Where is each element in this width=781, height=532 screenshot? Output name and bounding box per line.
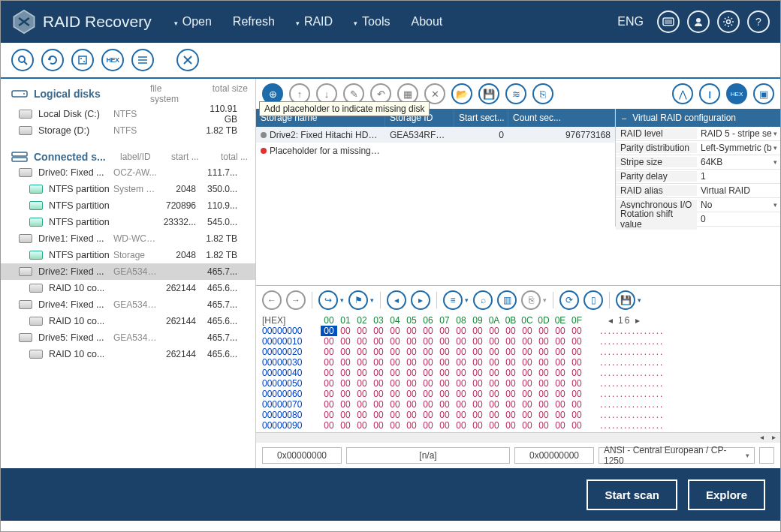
drive-icon [29, 251, 43, 260]
drive-row[interactable]: Drive2: Fixed ...GEA534R...465.7... [1, 263, 255, 280]
main-toolbar: HEX [1, 43, 780, 79]
raid-config-row[interactable]: RAID aliasVirtual RAID [616, 184, 780, 198]
status-extra[interactable] [759, 447, 774, 464]
close-icon[interactable] [176, 49, 199, 71]
grid-row[interactable]: Placeholder for a missing drive [256, 143, 615, 158]
drive-row[interactable]: Drive1: Fixed ...WD-WCC...1.82 TB [1, 230, 255, 247]
user-button[interactable] [687, 11, 710, 33]
col-start-sector[interactable]: Start sect... [454, 109, 508, 127]
refresh-icon[interactable] [41, 49, 64, 71]
sessions-button[interactable] [657, 11, 680, 33]
drive-row[interactable]: Drive0: Fixed ...OCZ-AW...111.7... [1, 164, 255, 181]
raid-toolbar: ⊕ ↑ ↓ ✎ ↶ ▦ ✕ 📂 💾 ≋ ⎘ ⋀ ⫿ HEX ▣ Add plac… [256, 79, 780, 109]
logical-disk-row[interactable]: Local Disk (C:)NTFS110.91 GB [1, 106, 255, 122]
hex-line[interactable]: 0000001000000000000000000000000000000000… [262, 336, 774, 347]
hex-line[interactable]: 0000002000000000000000000000000000000000… [262, 347, 774, 357]
hex-line[interactable]: 0000008000000000000000000000000000000000… [262, 410, 774, 420]
jump-icon[interactable]: ↪ [318, 290, 338, 310]
app-logo-icon [11, 9, 37, 35]
grid-row[interactable]: Drive2: Fixed Hitachi HDP7250... GEA534R… [256, 127, 615, 143]
logical-disk-row[interactable]: Storage (D:)NTFS1.82 TB [1, 122, 255, 139]
status-na[interactable]: [n/a] [346, 447, 510, 464]
svg-line-14 [731, 18, 733, 20]
hex-mode-icon[interactable]: HEX [101, 49, 124, 71]
menu-about[interactable]: About [411, 15, 442, 29]
hex-line[interactable]: 0000006000000000000000000000000000000000… [262, 389, 774, 399]
hex-line[interactable]: 0000005000000000000000000000000000000000… [262, 378, 774, 389]
disk-icon [19, 126, 32, 135]
reload-icon[interactable]: ⟳ [559, 290, 579, 310]
language-selector[interactable]: ENG [617, 15, 644, 29]
menu-raid[interactable]: ▾RAID [296, 15, 333, 29]
nav-back-icon[interactable]: ← [262, 290, 282, 310]
hex-scrollbar[interactable]: ◂▸ [256, 432, 780, 443]
menu-refresh[interactable]: Refresh [233, 15, 275, 29]
raid-config-row[interactable]: Parity distributionLeft-Symmetric (b▾ [616, 141, 780, 155]
activity-icon[interactable]: ⋀ [672, 83, 693, 104]
svg-rect-28 [12, 152, 27, 156]
logical-disks-header: Logical disks file systemtotal size [1, 79, 255, 106]
hex-view-icon[interactable]: HEX [726, 83, 747, 104]
drive-row[interactable]: NTFS partitionSystem R...2048350.0... [1, 181, 255, 197]
menu-open[interactable]: ▾Open [174, 15, 212, 29]
hex-layout-icon[interactable]: ▥ [497, 290, 517, 310]
start-scan-button[interactable]: Start scan [587, 479, 677, 510]
raid-config-row[interactable]: Rotation shift value0 [616, 212, 780, 227]
raid-config-row[interactable]: Stripe size64KB▾ [616, 155, 780, 170]
drive-icon [19, 300, 32, 309]
connected-storages-header: Connected s... label/IDstart ...total ..… [1, 146, 255, 164]
list-icon[interactable] [131, 49, 154, 71]
drive-row[interactable]: RAID 10 co...262144465.6... [1, 280, 255, 296]
svg-rect-18 [79, 56, 86, 64]
export-icon[interactable]: ⎘ [532, 83, 553, 104]
encoding-selector[interactable]: ANSI - Central European / CP-1250▾ [599, 447, 755, 464]
hex-line[interactable]: 0000000000000000000000000000000000000000… [262, 326, 774, 336]
drive-row[interactable]: Drive4: Fixed ...GEA534R...465.7... [1, 296, 255, 313]
disk-icon [19, 110, 32, 119]
tag-forward-icon[interactable]: ▸ [411, 290, 430, 310]
drive-row[interactable]: RAID 10 co...262144465.6... [1, 313, 255, 329]
search-icon[interactable] [11, 49, 34, 71]
raid-config-title: Virtual RAID configuration [632, 113, 736, 123]
menu-tools[interactable]: ▾Tools [354, 15, 390, 29]
columns-icon[interactable]: ▯ [583, 290, 603, 310]
hex-list-icon[interactable]: ≡ [443, 290, 463, 310]
drive-icon [19, 333, 32, 342]
settings-button[interactable] [717, 11, 740, 33]
copy-icon[interactable]: ⎘ [521, 290, 541, 310]
layers-icon[interactable]: ≋ [505, 83, 526, 104]
tag-back-icon[interactable]: ◂ [387, 290, 406, 310]
minimize-icon[interactable]: – [622, 113, 626, 122]
save-icon[interactable]: 💾 [478, 83, 499, 104]
panel-icon[interactable]: ▣ [753, 83, 774, 104]
open-icon[interactable]: 📂 [451, 83, 472, 104]
hex-line[interactable]: 0000004000000000000000000000000000000000… [262, 368, 774, 378]
chart-icon[interactable]: ⫿ [699, 83, 720, 104]
storage-icon [11, 152, 28, 162]
drive-row[interactable]: NTFS partition23332...545.0... [1, 214, 255, 230]
hex-line[interactable]: 0000009000000000000000000000000000000000… [262, 420, 774, 431]
hex-line[interactable]: 0000003000000000000000000000000000000000… [262, 357, 774, 368]
svg-point-27 [23, 93, 25, 95]
help-button[interactable]: ? [747, 11, 770, 33]
tooltip: Add placeholder to indicate missing disk [259, 101, 430, 116]
options-icon[interactable] [71, 49, 94, 71]
status-pos1[interactable]: 0x00000000 [262, 447, 342, 464]
col-count-sector[interactable]: Count sec... [508, 109, 615, 127]
raid-config-row[interactable]: Parity delay1 [616, 170, 780, 184]
drive-icon [29, 284, 43, 293]
drive-row[interactable]: RAID 10 co...262144465.6... [1, 346, 255, 362]
status-row: 0x00000000 [n/a] 0x00000000 ANSI - Centr… [256, 443, 780, 468]
status-pos2[interactable]: 0x00000000 [514, 447, 594, 464]
drive-icon [29, 317, 43, 326]
hex-line[interactable]: 0000007000000000000000000000000000000000… [262, 399, 774, 410]
raid-config-row[interactable]: RAID levelRAID 5 - stripe se▾ [616, 127, 780, 141]
explore-button[interactable]: Explore [688, 479, 765, 510]
bookmark-icon[interactable]: ⚑ [348, 290, 368, 310]
hex-save-icon[interactable]: 💾 [616, 290, 635, 310]
drive-row[interactable]: NTFS partitionStorage20481.82 TB [1, 247, 255, 263]
hex-search-icon[interactable]: ⌕ [473, 290, 493, 310]
drive-row[interactable]: NTFS partition720896110.9... [1, 197, 255, 214]
drive-row[interactable]: Drive5: Fixed ...GEA534R...465.7... [1, 329, 255, 346]
nav-forward-icon[interactable]: → [286, 290, 306, 310]
